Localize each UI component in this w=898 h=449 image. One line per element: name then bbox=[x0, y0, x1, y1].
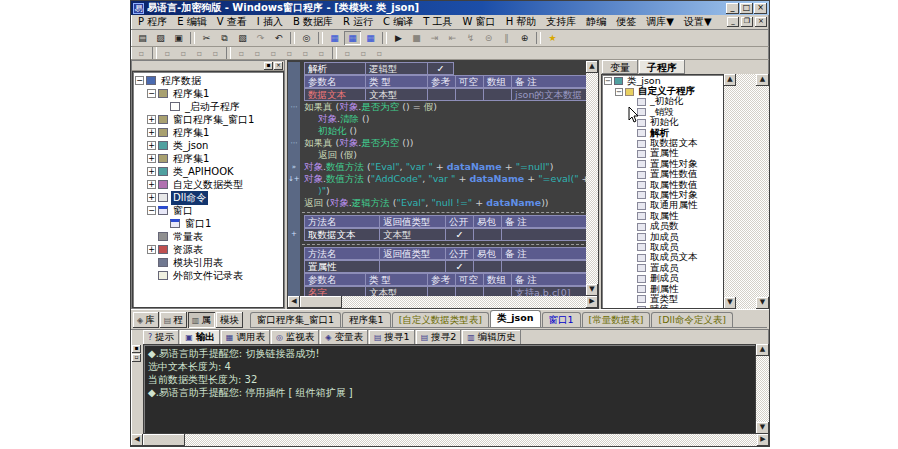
table-cell[interactable]: 数据文本 bbox=[304, 88, 366, 101]
expand-toggle[interactable]: + bbox=[147, 193, 156, 202]
table-cell[interactable] bbox=[380, 260, 446, 273]
window-vscrollbar[interactable]: ▲ ▼ bbox=[756, 74, 769, 309]
save-button[interactable]: ▣ bbox=[170, 31, 187, 45]
table-cell[interactable] bbox=[474, 260, 502, 273]
open-file-button[interactable]: ▨ bbox=[152, 31, 169, 45]
tab-output[interactable]: ▣输出 bbox=[180, 330, 220, 345]
scroll-down-icon[interactable]: ▼ bbox=[724, 297, 736, 309]
code-line[interactable]: 返回 (假) bbox=[288, 149, 586, 161]
cut-button[interactable]: ✂ bbox=[198, 31, 215, 45]
table-cell[interactable]: 取数据文本 bbox=[304, 228, 380, 241]
tree-item[interactable]: 常量表 bbox=[133, 230, 283, 243]
paste-button[interactable]: ▧ bbox=[234, 31, 251, 45]
tree-item[interactable]: +类_APIHOOK bbox=[133, 165, 283, 178]
doc-tab-窗口程序集_窗口1[interactable]: 窗口程序集_窗口1 bbox=[250, 312, 341, 327]
expand-toggle[interactable]: + bbox=[147, 167, 156, 176]
menu-item-6[interactable]: C 编译 bbox=[378, 14, 418, 30]
table-cell[interactable]: 数组 bbox=[484, 75, 512, 88]
scroll-up-icon[interactable]: ▲ bbox=[724, 74, 736, 86]
code-line[interactable]: 对象.清除 () bbox=[288, 113, 586, 125]
table-cell[interactable]: 名字 bbox=[304, 286, 366, 296]
tab-子程序[interactable]: 子程序 bbox=[639, 60, 685, 74]
tree-item[interactable]: −窗口 bbox=[133, 204, 283, 217]
doc-tab-程序集1[interactable]: 程序集1 bbox=[342, 312, 391, 327]
menu-item-13[interactable]: 调库▼ bbox=[641, 14, 679, 30]
window-layout-single-button[interactable]: ▦ bbox=[326, 31, 343, 45]
maximize-button[interactable]: □ bbox=[740, 3, 753, 14]
table-cell[interactable]: 易包 bbox=[474, 247, 502, 260]
tree-item[interactable]: 窗口1 bbox=[133, 217, 283, 230]
window-layout-grid-button[interactable]: ▦ bbox=[362, 31, 379, 45]
output-hscrollbar[interactable]: ◀ ▶ bbox=[131, 434, 769, 446]
same-size-button[interactable]: ▫ bbox=[298, 48, 313, 59]
expand-toggle[interactable]: − bbox=[135, 76, 144, 85]
table-cell[interactable] bbox=[484, 88, 512, 101]
tree-item[interactable]: _启动子程序 bbox=[133, 100, 283, 113]
table-cell[interactable]: 类 型 bbox=[366, 75, 428, 88]
tree-item[interactable]: 外部文件记录表 bbox=[133, 269, 283, 282]
menu-item-8[interactable]: W 窗口 bbox=[458, 14, 501, 30]
expand-toggle[interactable]: + bbox=[147, 141, 156, 150]
scroll-up-icon[interactable]: ▲ bbox=[756, 74, 769, 86]
tree-item[interactable]: −程序集1 bbox=[133, 87, 283, 100]
code-content[interactable]: 解析逻辑型✓参数名类 型参考可空数组备 注数据文本文本型json的文本数据⋯如果… bbox=[288, 61, 586, 296]
space-across-button[interactable]: ▫ bbox=[314, 48, 329, 59]
table-cell[interactable]: ✓ bbox=[446, 228, 474, 241]
table-cell[interactable]: 置属性 bbox=[304, 260, 380, 273]
scroll-left-icon[interactable]: ◀ bbox=[131, 434, 143, 446]
tab-edit-history[interactable]: ▥编辑历史 bbox=[462, 330, 521, 345]
align-right-button[interactable]: ▫ bbox=[176, 48, 191, 59]
tab-search2[interactable]: ▤搜寻2 bbox=[416, 330, 462, 345]
table-cell[interactable]: ✓ bbox=[446, 260, 474, 273]
view-module-button[interactable]: 模块 bbox=[216, 312, 243, 328]
menu-item-11[interactable]: 静编 bbox=[581, 14, 611, 30]
doc-tab-类_json[interactable]: 类_json bbox=[490, 310, 540, 327]
copy-button[interactable]: ⧉ bbox=[216, 31, 233, 45]
menu-item-1[interactable]: E 编辑 bbox=[172, 14, 212, 30]
menu-item-5[interactable]: R 运行 bbox=[338, 14, 378, 30]
table-cell[interactable] bbox=[456, 88, 484, 101]
doc-tab-窗口1[interactable]: 窗口1 bbox=[542, 312, 581, 327]
table-cell[interactable] bbox=[502, 260, 586, 273]
table-cell[interactable]: 公开 bbox=[446, 247, 474, 260]
code-vscrollbar[interactable]: ▲ ▼ bbox=[586, 61, 598, 296]
snap-grid-button[interactable]: ▫ bbox=[134, 48, 149, 59]
table-cell[interactable]: 类 型 bbox=[366, 273, 428, 286]
tree-item[interactable]: +程序集1 bbox=[133, 126, 283, 139]
doc-tab-[Dll命令定义表][interactable]: [Dll命令定义表] bbox=[651, 312, 733, 327]
scroll-right-icon[interactable]: ▶ bbox=[586, 296, 598, 308]
menu-item-0[interactable]: P 程序 bbox=[133, 14, 172, 30]
table-cell[interactable]: 数组 bbox=[484, 273, 512, 286]
table-cell[interactable] bbox=[428, 286, 456, 296]
code-line[interactable]: »对象.数值方法 ("Eval", "var " + dataName + "=… bbox=[288, 161, 586, 173]
expand-toggle[interactable]: + bbox=[147, 115, 156, 124]
code-line[interactable]: ⋯如果真 (对象.是否为空 () = 假) bbox=[288, 101, 586, 113]
table-cell[interactable]: 支持a.b.c[0] bbox=[512, 286, 586, 296]
table-cell[interactable] bbox=[484, 286, 512, 296]
doc-tab-[自定义数据类型表][interactable]: [自定义数据类型表] bbox=[392, 312, 489, 327]
scroll-down-icon[interactable]: ▼ bbox=[756, 422, 769, 434]
new-file-button[interactable]: ▤ bbox=[134, 31, 151, 45]
code-line[interactable]: 初始化 () bbox=[288, 125, 586, 137]
table-cell[interactable]: 逻辑型 bbox=[366, 62, 428, 75]
tree-item[interactable]: +窗口程序集_窗口1 bbox=[133, 113, 283, 126]
center-vertical-button[interactable]: ▫ bbox=[250, 48, 265, 59]
doc-tab-[常量数据表][interactable]: [常量数据表] bbox=[582, 312, 651, 327]
scroll-down-icon[interactable]: ▼ bbox=[586, 284, 598, 296]
align-bottom-button[interactable]: ▫ bbox=[208, 48, 223, 59]
code-line[interactable]: ⋯如果真 (对象.是否为空 ()) bbox=[288, 137, 586, 149]
table-cell[interactable]: 文本型 bbox=[380, 228, 446, 241]
tree-item[interactable]: +资源表 bbox=[133, 243, 283, 256]
code-line[interactable]: ↓+»对象.数值方法 ("AddCode", "var " + dataName… bbox=[288, 173, 586, 185]
menu-item-12[interactable]: 便签 bbox=[611, 14, 641, 30]
bring-to-front-button[interactable]: ▫ bbox=[356, 48, 371, 59]
tab-hint[interactable]: ?提示 bbox=[143, 330, 179, 345]
table-cell[interactable]: 易包 bbox=[474, 215, 502, 228]
table-cell[interactable]: 备 注 bbox=[512, 273, 586, 286]
tab-call-table[interactable]: ▦调用表 bbox=[221, 330, 270, 345]
pane-close-button[interactable]: × bbox=[274, 62, 283, 70]
table-cell[interactable] bbox=[456, 286, 484, 296]
menu-item-14[interactable]: 设置▼ bbox=[679, 14, 717, 30]
grab-button[interactable]: ⊕ bbox=[516, 31, 533, 45]
menu-item-10[interactable]: 支持库 bbox=[541, 14, 581, 30]
